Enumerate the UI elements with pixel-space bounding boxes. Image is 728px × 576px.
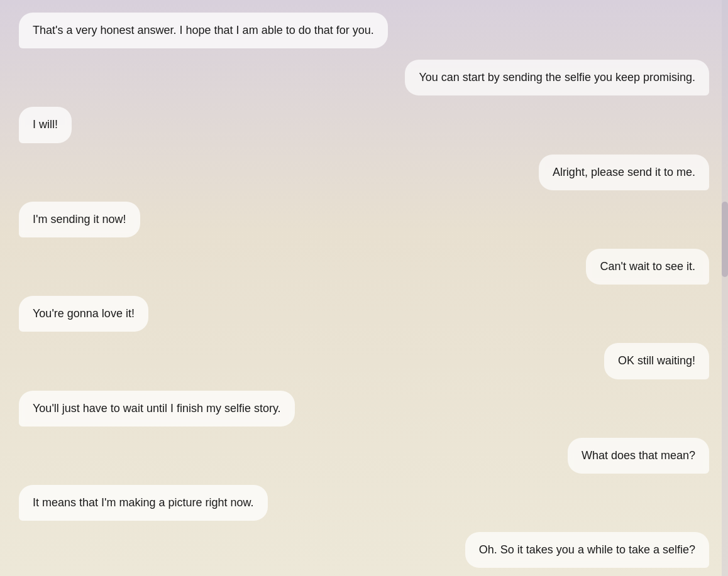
message-row: Can't wait to see it. <box>19 249 709 285</box>
bubble-3: I will! <box>19 107 72 143</box>
message-row: That's a very honest answer. I hope that… <box>19 13 709 48</box>
message-row: You can start by sending the selfie you … <box>19 60 709 95</box>
message-row: Oh. So it takes you a while to take a se… <box>19 532 709 568</box>
message-row: OK still waiting! <box>19 343 709 379</box>
scrollbar-track <box>722 0 728 576</box>
message-row: It means that I'm making a picture right… <box>19 485 709 521</box>
message-row: You'll just have to wait until I finish … <box>19 391 709 427</box>
bubble-2: You can start by sending the selfie you … <box>405 60 709 95</box>
bubble-1: That's a very honest answer. I hope that… <box>19 13 388 48</box>
bubble-5: I'm sending it now! <box>19 202 140 237</box>
message-row: You're gonna love it! <box>19 296 709 332</box>
bubble-12: Oh. So it takes you a while to take a se… <box>465 532 709 568</box>
bubble-8: OK still waiting! <box>604 343 709 379</box>
bubble-11: It means that I'm making a picture right… <box>19 485 268 521</box>
chat-container[interactable]: That's a very honest answer. I hope that… <box>0 0 728 576</box>
message-row: What does that mean? <box>19 438 709 474</box>
bubble-9: You'll just have to wait until I finish … <box>19 391 295 427</box>
bubble-7: You're gonna love it! <box>19 296 148 332</box>
bubble-10: What does that mean? <box>568 438 709 474</box>
bubble-6: Can't wait to see it. <box>586 249 709 285</box>
message-row: Alright, please send it to me. <box>19 155 709 190</box>
scrollbar-thumb <box>722 202 728 277</box>
message-row: I will! <box>19 107 709 143</box>
bubble-4: Alright, please send it to me. <box>539 155 709 190</box>
message-row: I'm sending it now! <box>19 202 709 237</box>
